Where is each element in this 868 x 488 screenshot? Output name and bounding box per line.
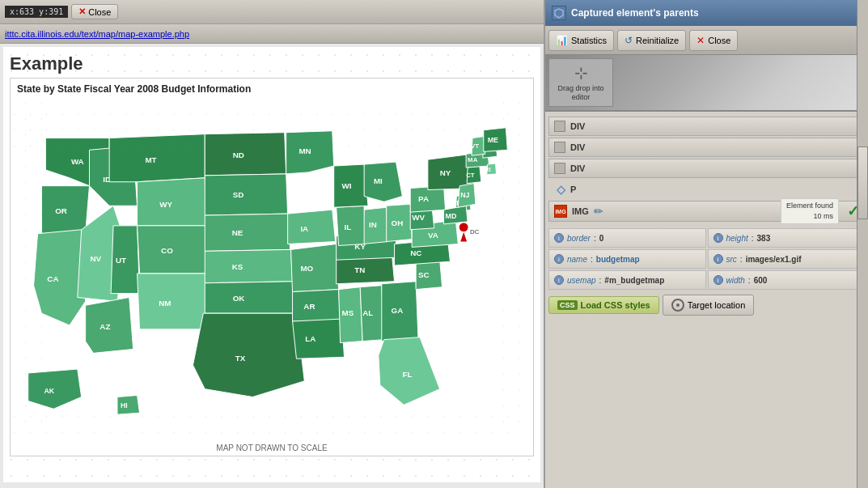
svg-text:MS: MS: [342, 308, 354, 317]
dom-item-div-2[interactable]: DIV: [548, 138, 865, 157]
svg-marker-29: [205, 249, 292, 282]
dom-item-icon-3: [554, 163, 565, 174]
address-bar: itttc.cita.illinois.edu/text/map/map-exa…: [0, 24, 544, 44]
map-container: State by State Fiscal Year 2008 Budget I…: [10, 78, 534, 456]
attr-height[interactable]: i height : 383: [708, 228, 866, 248]
svg-marker-13: [109, 134, 205, 182]
svg-text:GA: GA: [392, 306, 404, 315]
close-panel-button[interactable]: ✕ Close: [689, 30, 738, 51]
svg-marker-59: [364, 162, 402, 202]
svg-text:MA: MA: [468, 156, 478, 163]
svg-text:OR: OR: [55, 206, 67, 215]
svg-point-97: [459, 223, 468, 232]
close-button[interactable]: ✕ Close: [71, 4, 118, 19]
svg-text:TN: TN: [354, 265, 365, 274]
target-location-button[interactable]: Target location: [663, 295, 755, 316]
dom-item-label-3: DIV: [570, 163, 585, 173]
statistics-label: Statistics: [571, 36, 607, 45]
browser-area: x:633 y:391 ✕ Close itttc.cita.illinois.…: [0, 0, 544, 488]
p-arrows-icon: ◇: [557, 183, 565, 196]
svg-marker-43: [293, 319, 345, 359]
thumbnail-area: ⊹ Drag drop into editor: [545, 55, 868, 112]
edit-icon[interactable]: ✏: [594, 205, 603, 218]
svg-text:NY: NY: [440, 168, 451, 177]
svg-marker-31: [205, 282, 296, 313]
svg-text:VA: VA: [428, 231, 438, 240]
img-tag-text: IMG: [555, 209, 565, 214]
panel-header: Captured element's parents: [545, 0, 868, 26]
dom-item-label-1: DIV: [570, 121, 585, 131]
svg-marker-37: [288, 210, 336, 244]
svg-text:IL: IL: [345, 223, 352, 231]
load-css-button[interactable]: CSS Load CSS styles: [548, 296, 659, 314]
svg-text:MN: MN: [299, 146, 311, 155]
svg-text:DC: DC: [470, 228, 480, 236]
svg-text:HI: HI: [121, 401, 128, 409]
dom-tree: DIV DIV DIV ◇ P IMG IMG ✏ Element found …: [545, 112, 868, 227]
dom-item-img[interactable]: IMG IMG ✏ Element found 10 ms ✓: [548, 201, 865, 222]
svg-marker-33: [193, 313, 304, 397]
svg-text:CA: CA: [47, 274, 58, 283]
action-buttons: CSS Load CSS styles Target location: [545, 291, 868, 319]
attr-src[interactable]: i src : images/ex1.gif: [708, 249, 866, 269]
svg-text:MD: MD: [446, 212, 457, 220]
attr-icon-usemap: i: [554, 275, 564, 285]
img-tag-icon: IMG: [554, 205, 567, 218]
svg-text:SD: SD: [233, 190, 244, 199]
svg-text:WI: WI: [342, 181, 352, 190]
dom-item-icon-2: [554, 142, 565, 153]
svg-marker-39: [291, 244, 339, 292]
svg-text:NM: NM: [159, 299, 171, 308]
us-map: WA OR CA ID NV AZ: [14, 100, 523, 439]
reinitialize-label: Reinitialize: [636, 36, 679, 45]
attr-name[interactable]: i name : budgetmap: [548, 249, 706, 269]
svg-marker-25: [205, 174, 287, 215]
scrollbar-track[interactable]: [857, 0, 868, 488]
address-url[interactable]: itttc.cita.illinois.edu/text/map/map-exa…: [5, 29, 189, 39]
svg-text:CO: CO: [161, 246, 173, 255]
attr-usemap[interactable]: i usemap : #m_budgetmap: [548, 270, 706, 290]
scrollbar-thumb[interactable]: [857, 146, 868, 219]
svg-text:NC: NC: [410, 248, 421, 257]
svg-marker-41: [293, 290, 341, 321]
svg-text:PA: PA: [418, 194, 429, 203]
toolbar: x:633 y:391 ✕ Close: [0, 0, 544, 24]
svg-text:AR: AR: [303, 302, 315, 311]
drag-drop-zone[interactable]: ⊹ Drag drop into editor: [548, 58, 613, 107]
svg-text:MO: MO: [300, 264, 313, 273]
close-panel-icon: ✕: [697, 35, 705, 46]
dom-item-div-1[interactable]: DIV: [548, 117, 865, 136]
panel-header-icon: [552, 6, 566, 20]
svg-text:AZ: AZ: [100, 322, 110, 331]
svg-text:FL: FL: [402, 370, 412, 379]
svg-text:KS: KS: [232, 262, 243, 271]
page-content: Example State by State Fiscal Year 2008 …: [3, 47, 540, 482]
close-panel-label: Close: [708, 36, 730, 45]
statistics-button[interactable]: 📊 Statistics: [548, 30, 614, 51]
svg-text:SC: SC: [418, 270, 430, 279]
p-tag-row[interactable]: ◇ P: [548, 180, 865, 199]
panel-title: Captured element's parents: [571, 7, 862, 19]
css-badge: CSS: [557, 300, 578, 310]
svg-marker-27: [205, 214, 290, 251]
svg-text:WV: WV: [412, 213, 425, 222]
close-x-icon: ✕: [78, 6, 86, 17]
target-icon: [671, 299, 684, 312]
dom-item-div-3[interactable]: DIV: [548, 159, 865, 178]
map-caption: MAP NOT DRAWN TO SCALE: [14, 443, 530, 452]
svg-text:NE: NE: [232, 228, 243, 237]
attr-icon-height: i: [713, 233, 723, 243]
close-label: Close: [88, 7, 111, 17]
page-title: Example: [10, 53, 534, 74]
svg-text:MI: MI: [374, 176, 383, 185]
svg-text:CT: CT: [466, 172, 475, 179]
attr-border[interactable]: i border : 0: [548, 228, 706, 248]
drag-drop-text: Drag drop into editor: [549, 84, 612, 102]
reinitialize-button[interactable]: ↺ Reinitialize: [617, 30, 686, 51]
svg-text:ND: ND: [233, 151, 244, 159]
svg-text:MT: MT: [145, 155, 156, 164]
svg-text:AL: AL: [362, 308, 373, 317]
attr-width[interactable]: i width : 600: [708, 270, 866, 290]
svg-text:ME: ME: [488, 136, 498, 144]
attr-icon-width: i: [713, 275, 723, 285]
